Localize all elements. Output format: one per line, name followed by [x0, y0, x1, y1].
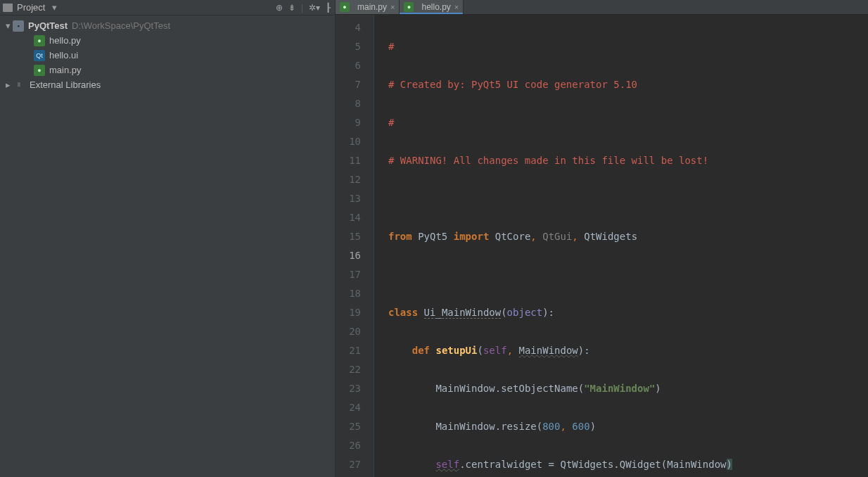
- chevron-down-icon[interactable]: ▾: [3, 20, 13, 31]
- project-tree[interactable]: ▾ ▪ PyQtTest D:\WorkSpace\PyQtTest ● hel…: [0, 15, 335, 95]
- tab-label: hello.py: [421, 2, 450, 12]
- tab-label: main.py: [357, 2, 387, 12]
- code-area[interactable]: 4567891011121314151617181920212223242526…: [336, 15, 868, 477]
- editor-tab-bar: ● main.py × ● hello.py ×: [336, 0, 868, 15]
- tree-root[interactable]: ▾ ▪ PyQtTest D:\WorkSpace\PyQtTest: [0, 18, 335, 33]
- libraries-icon: ⫴: [13, 80, 25, 91]
- python-file-icon: ●: [34, 35, 45, 46]
- python-file-icon: ●: [404, 2, 414, 12]
- chevron-right-icon[interactable]: ▸: [3, 80, 13, 90]
- editor: ● main.py × ● hello.py × 456789101112131…: [336, 0, 868, 477]
- tree-file[interactable]: ● main.py: [0, 63, 335, 77]
- ui-file-icon: Qt: [34, 50, 45, 61]
- project-header: Project ▾ ⊕ ⇟ | ✲▾ ┠: [0, 0, 335, 15]
- locate-icon[interactable]: ⊕: [276, 3, 283, 13]
- external-libraries-label: External Libraries: [30, 80, 101, 90]
- python-file-icon: ●: [34, 65, 45, 76]
- project-sidebar: Project ▾ ⊕ ⇟ | ✲▾ ┠ ▾ ▪ PyQtTest D:\Wor…: [0, 0, 336, 477]
- collapse-all-icon[interactable]: ⇟: [288, 3, 295, 13]
- project-path: D:\WorkSpace\PyQtTest: [72, 20, 170, 31]
- tree-external-libs[interactable]: ▸ ⫴ External Libraries: [0, 77, 335, 92]
- divider: |: [301, 3, 303, 13]
- project-title[interactable]: Project: [17, 2, 45, 13]
- chevron-down-icon[interactable]: ▾: [49, 2, 59, 13]
- file-name: hello.py: [49, 35, 81, 46]
- hide-icon[interactable]: ┠: [326, 3, 331, 13]
- tree-file[interactable]: ● hello.py: [0, 33, 335, 48]
- project-name: PyQtTest: [28, 20, 68, 31]
- folder-icon: ▪: [13, 20, 24, 32]
- gear-icon[interactable]: ✲▾: [309, 3, 320, 13]
- line-gutter: 4567891011121314151617181920212223242526…: [336, 15, 374, 477]
- project-tool-icon: [3, 4, 13, 12]
- tab-hello-py[interactable]: ● hello.py ×: [400, 0, 464, 14]
- close-icon[interactable]: ×: [390, 3, 395, 11]
- python-file-icon: ●: [340, 2, 350, 12]
- file-name: hello.ui: [49, 50, 78, 61]
- code-text[interactable]: # # Created by: PyQt5 UI code generator …: [374, 15, 868, 477]
- tree-file[interactable]: Qt hello.ui: [0, 48, 335, 63]
- close-icon[interactable]: ×: [454, 3, 459, 11]
- file-name: main.py: [49, 65, 82, 75]
- tab-main-py[interactable]: ● main.py ×: [336, 0, 400, 14]
